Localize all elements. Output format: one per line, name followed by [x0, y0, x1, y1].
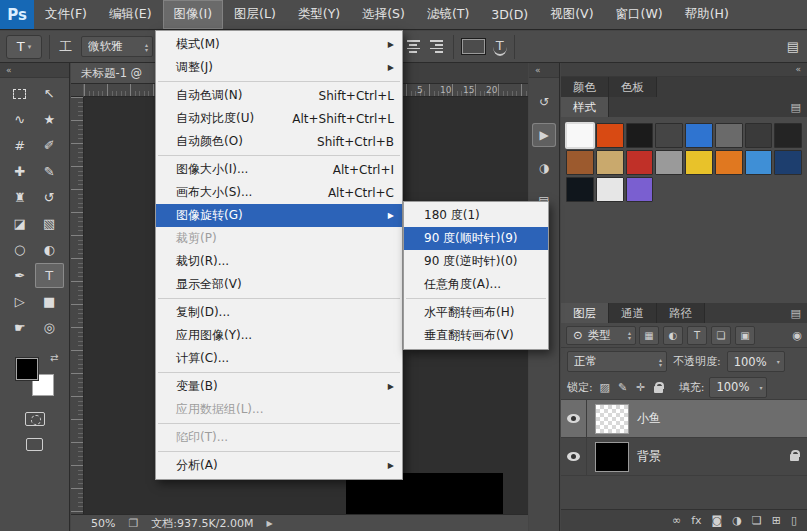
tab-channels[interactable]: 通道 — [609, 303, 657, 323]
brush-tool[interactable]: ✎ — [35, 159, 65, 184]
rectangular-marquee-tool[interactable] — [5, 81, 35, 106]
lasso-tool[interactable]: ∿ — [5, 107, 35, 132]
document-tab[interactable]: 未标题-1 @ — [71, 63, 167, 83]
dock-adjustments-icon[interactable]: ◑ — [532, 156, 556, 180]
lock-transparent-pixels-icon[interactable]: ▨ — [598, 381, 612, 394]
rotate-submenu-item[interactable]: 90 度(逆时针)(0) — [404, 250, 548, 273]
filter-adjustment-layers-icon[interactable]: ◐ — [663, 326, 683, 345]
image-menu-item[interactable]: 分析(A)▶ — [156, 454, 402, 477]
menubar-item[interactable]: 图层(L) — [223, 0, 287, 29]
style-swatch[interactable] — [566, 150, 594, 175]
text-color-swatch[interactable] — [461, 38, 486, 55]
opacity-select[interactable]: 100% ▾ — [727, 351, 785, 372]
menubar-item[interactable]: 窗口(W) — [605, 0, 674, 29]
layer-filter-select[interactable]: ⊙ 类型 ▴▾ — [566, 326, 636, 345]
panel-menu-icon[interactable]: ▤ — [791, 101, 807, 114]
align-right-icon[interactable] — [427, 38, 446, 55]
image-menu-item[interactable]: 应用图像(Y)... — [156, 324, 402, 347]
dock-actions-icon[interactable]: ▶ — [532, 123, 556, 147]
style-swatch[interactable] — [774, 123, 802, 148]
filter-type-layers-icon[interactable]: T — [687, 326, 707, 345]
fill-select[interactable]: 100% ▾ — [709, 377, 767, 398]
style-swatch[interactable] — [685, 150, 713, 175]
image-menu-item[interactable]: 变量(B)▶ — [156, 375, 402, 398]
filter-pixel-layers-icon[interactable]: ▦ — [639, 326, 659, 345]
style-swatch[interactable] — [655, 123, 683, 148]
style-swatch[interactable] — [685, 123, 713, 148]
menubar-item[interactable]: 编辑(E) — [98, 0, 163, 29]
menubar-item[interactable]: 文件(F) — [34, 0, 98, 29]
healing-brush-tool[interactable]: ✚ — [5, 159, 35, 184]
rotate-submenu-item[interactable]: 水平翻转画布(H) — [404, 301, 548, 324]
rotate-submenu-item[interactable]: 垂直翻转画布(V) — [404, 324, 548, 347]
quick-mask-button[interactable] — [25, 412, 45, 426]
image-menu-item[interactable]: 计算(C)... — [156, 347, 402, 370]
style-swatch[interactable] — [715, 123, 743, 148]
path-selection-tool[interactable]: ▷ — [5, 289, 35, 314]
style-swatch[interactable] — [745, 150, 773, 175]
image-menu-item[interactable]: 自动对比度(U)Alt+Shift+Ctrl+L — [156, 107, 402, 130]
history-brush-tool[interactable]: ↺ — [35, 185, 65, 210]
layer-style-icon[interactable]: fx — [691, 514, 701, 527]
rotate-submenu-item[interactable]: 任意角度(A)... — [404, 273, 548, 296]
image-menu-item[interactable]: 调整(J)▶ — [156, 56, 402, 79]
add-layer-mask-icon[interactable]: ◙ — [712, 514, 723, 527]
warp-text-icon[interactable]: T — [493, 38, 507, 56]
lock-all-icon[interactable] — [652, 382, 666, 393]
style-swatch[interactable] — [774, 150, 802, 175]
tab-styles[interactable]: 样式 — [561, 97, 609, 117]
layer-row[interactable]: 小鱼 — [561, 400, 807, 438]
zoom-level[interactable]: 50% — [91, 517, 115, 530]
image-menu-item[interactable]: 显示全部(V) — [156, 273, 402, 296]
align-center-icon[interactable] — [404, 38, 423, 55]
rotate-submenu-item[interactable]: 180 度(1) — [404, 204, 548, 227]
new-group-icon[interactable]: ❏ — [752, 514, 762, 527]
style-swatch[interactable] — [626, 123, 654, 148]
foreground-color-chip[interactable] — [16, 358, 38, 380]
menubar-item[interactable]: 3D(D) — [480, 0, 539, 29]
panels-collapse-button[interactable]: « — [561, 63, 807, 77]
layer-thumbnail[interactable] — [595, 442, 629, 472]
style-swatch[interactable] — [626, 150, 654, 175]
menubar-item[interactable]: 帮助(H) — [674, 0, 740, 29]
style-swatch[interactable] — [715, 150, 743, 175]
style-swatch[interactable] — [655, 150, 683, 175]
filter-shape-layers-icon[interactable]: ❏ — [711, 326, 731, 345]
tab-swatches[interactable]: 色板 — [609, 77, 657, 97]
style-swatch[interactable] — [626, 177, 654, 202]
visibility-toggle[interactable] — [561, 400, 587, 437]
toggle-panels-icon[interactable]: ▤ — [785, 39, 801, 54]
image-menu-item[interactable]: 图像大小(I)...Alt+Ctrl+I — [156, 158, 402, 181]
image-menu-item[interactable]: 复制(D)... — [156, 301, 402, 324]
lock-image-pixels-icon[interactable]: ✎ — [616, 381, 630, 394]
tab-color[interactable]: 颜色 — [561, 77, 609, 97]
new-adjustment-layer-icon[interactable]: ◑ — [732, 514, 742, 527]
tool-preset-button[interactable]: T ▾ — [6, 35, 42, 59]
style-swatch[interactable] — [745, 123, 773, 148]
style-swatch[interactable] — [596, 177, 624, 202]
new-layer-icon[interactable]: ⊞ — [772, 514, 781, 527]
filter-smart-objects-icon[interactable]: ▣ — [735, 326, 755, 345]
tab-layers[interactable]: 图层 — [561, 303, 609, 323]
status-menu-arrow-icon[interactable]: ▶ — [266, 519, 272, 528]
menubar-item[interactable]: 视图(V) — [539, 0, 604, 29]
text-orientation-icon[interactable]: 工 — [57, 38, 74, 56]
menubar-item[interactable]: 图像(I) — [163, 0, 223, 29]
screen-mode-button[interactable] — [26, 438, 43, 451]
hand-tool[interactable]: ☛ — [5, 315, 35, 340]
style-swatch[interactable] — [566, 123, 594, 148]
image-menu-item[interactable]: 自动颜色(O)Shift+Ctrl+B — [156, 130, 402, 153]
menubar-item[interactable]: 类型(Y) — [287, 0, 351, 29]
type-tool[interactable]: T — [35, 263, 65, 288]
image-menu-item[interactable]: 图像旋转(G)▶ — [156, 204, 402, 227]
pen-tool[interactable]: ✒ — [5, 263, 35, 288]
style-swatch[interactable] — [596, 123, 624, 148]
dock-history-icon[interactable]: ↺ — [532, 90, 556, 114]
style-swatch[interactable] — [566, 177, 594, 202]
swap-colors-icon[interactable]: ⇄ — [50, 352, 58, 363]
font-family-select[interactable]: 微软雅 ▴▾ — [81, 36, 153, 57]
eraser-tool[interactable]: ◪ — [5, 211, 35, 236]
dodge-tool[interactable]: ◐ — [35, 237, 65, 262]
menubar-item[interactable]: 滤镜(T) — [416, 0, 480, 29]
gradient-tool[interactable]: ▧ — [35, 211, 65, 236]
